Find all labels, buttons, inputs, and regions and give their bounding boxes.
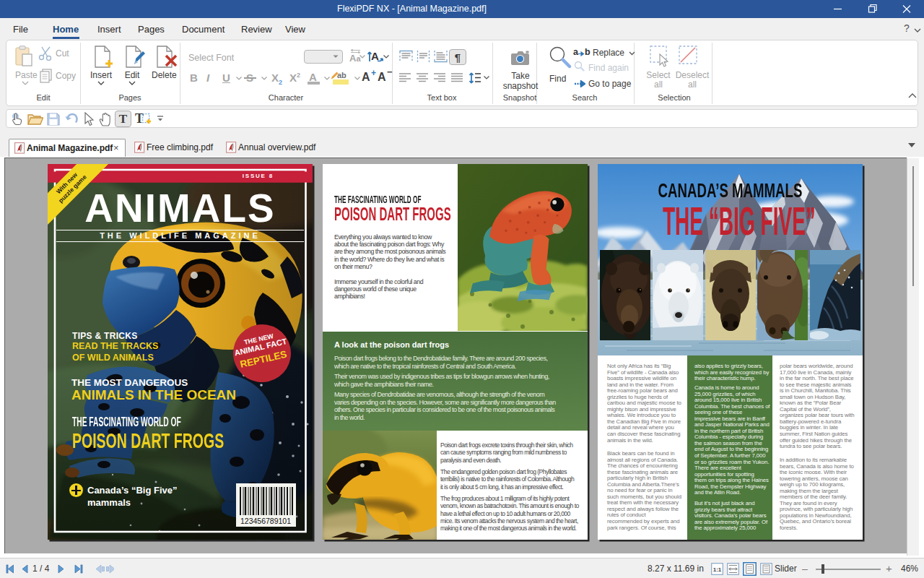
svg-text:1:1: 1:1: [713, 566, 722, 573]
svg-text:123456789101: 123456789101: [240, 517, 291, 525]
